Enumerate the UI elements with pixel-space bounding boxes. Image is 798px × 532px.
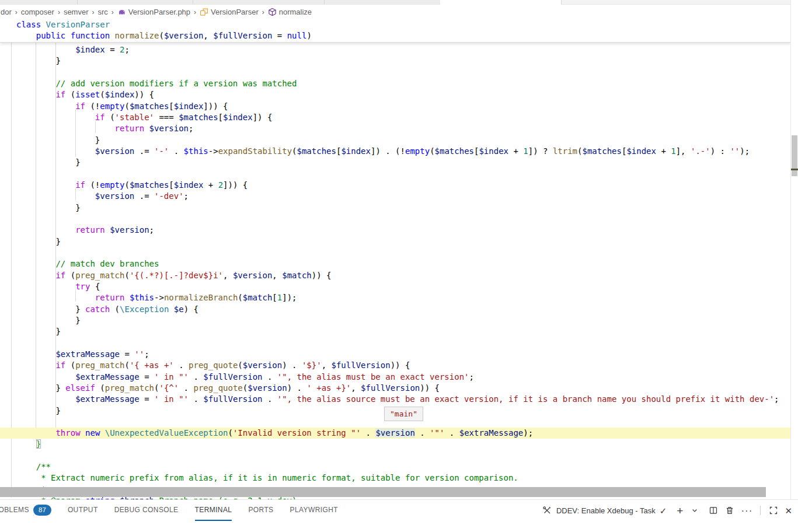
code-line[interactable]: // add version modifiers if a version wa…: [0, 78, 791, 89]
code-line[interactable]: }: [0, 315, 791, 326]
tab-label: TERMINAL: [195, 506, 232, 514]
tab-divider: [561, 0, 562, 4]
code-line[interactable]: $extraMessage = ' in "' . $fullVersion .…: [0, 394, 791, 405]
vertical-scrollbar-track[interactable]: [790, 0, 798, 499]
code-line[interactable]: [0, 450, 791, 461]
code-token: }: [36, 439, 41, 449]
code-line[interactable]: [0, 214, 791, 225]
code-line[interactable]: [0, 67, 791, 78]
split-terminal-button[interactable]: [708, 506, 718, 516]
code-line[interactable]: // match dev branches: [0, 258, 791, 270]
code-token: '': [134, 349, 144, 359]
more-actions-button[interactable]: ···: [741, 506, 752, 516]
code-token: $matches: [583, 146, 622, 156]
highlighted-code-line[interactable]: throw new \UnexpectedValueException('Inv…: [0, 428, 791, 439]
tab-problems[interactable]: PROBLEMS 87: [0, 500, 51, 521]
code-line[interactable]: /**: [0, 461, 791, 473]
code-token: $extraMessage: [55, 349, 120, 359]
code-line[interactable]: if (!empty($matches[$index + 2])) {: [0, 180, 791, 191]
code-line[interactable]: try {: [0, 281, 791, 292]
code-token: preg_match: [75, 360, 124, 370]
breadcrumb-item-method[interactable]: normalize: [268, 8, 312, 16]
code-line[interactable]: if (preg_match('{(.*?)[.-]?dev$}i', $ver…: [0, 270, 791, 281]
tab-debug-console[interactable]: DEBUG CONSOLE: [114, 500, 179, 521]
code-token: ]) . (!: [371, 146, 405, 156]
hovered-variable: $version: [375, 428, 414, 438]
code-token: +: [203, 180, 218, 190]
code-token: '{(.*?)[.-]?dev$}i': [130, 271, 223, 280]
code-line[interactable]: $extraMessage = '';: [0, 349, 791, 360]
kill-terminal-trash-button[interactable]: [724, 506, 734, 516]
sticky-line[interactable]: class VersionParser: [0, 19, 791, 30]
sticky-line[interactable]: public function normalize($version, $ful…: [0, 30, 791, 41]
code-token: isset: [75, 90, 100, 99]
breadcrumb-item-file[interactable]: VersionParser.php: [117, 8, 190, 16]
code-line[interactable]: }: [0, 236, 791, 247]
code-token: $matches: [297, 146, 336, 156]
code-line[interactable]: } elseif (preg_match('{^' . preg_quote($…: [0, 383, 791, 394]
horizontal-scrollbar-slider[interactable]: [0, 487, 766, 497]
code-line[interactable]: }: [0, 326, 791, 337]
tab-output[interactable]: OUTPUT: [68, 500, 98, 521]
code-line[interactable]: if (isset($index)) {: [0, 89, 791, 100]
code-line[interactable]: return $this->normalizeBranch($match[1])…: [0, 292, 791, 303]
code-token: $index: [479, 146, 508, 156]
code-token: (: [243, 383, 248, 393]
code-line[interactable]: if (preg_match('{ +as +' . preg_quote($v…: [0, 360, 791, 371]
code-token: $index: [626, 146, 656, 156]
code-line[interactable]: $extraMessage = ' in "' . $fullVersion .…: [0, 372, 791, 383]
code-token: ]) ?: [528, 146, 553, 156]
code-token: ' in "': [154, 372, 189, 382]
tab-label: PORTS: [248, 506, 273, 514]
code-line[interactable]: * Extract numeric prefix from alias, if …: [0, 473, 791, 484]
terminal-task-item[interactable]: DDEV: Enable Xdebug - Task ✓: [542, 506, 667, 516]
maximize-panel-button[interactable]: [768, 506, 778, 516]
code-token: ])) {: [203, 102, 228, 111]
code-line[interactable]: [0, 169, 791, 180]
code-token: ,: [351, 383, 361, 393]
sticky-scroll[interactable]: class VersionParser public function norm…: [0, 19, 791, 43]
breadcrumb-separator: ›: [58, 8, 60, 16]
breadcrumb-separator: ›: [15, 8, 18, 16]
tab-ports[interactable]: PORTS: [248, 500, 273, 521]
tab-playwright[interactable]: PLAYWRIGHT: [290, 500, 338, 521]
code-line[interactable]: }: [0, 202, 791, 214]
breadcrumb-item-semver[interactable]: semver: [64, 8, 89, 16]
code-line[interactable]: $version .= '-dev';: [0, 191, 791, 202]
new-terminal-button[interactable]: +: [677, 505, 683, 516]
active-editor-tab[interactable]: [440, 0, 561, 5]
code-line[interactable]: return $version;: [0, 123, 791, 134]
code-token: [16, 191, 95, 201]
code-token: \UnexpectedValueException: [105, 428, 228, 438]
code-token: )) {: [134, 90, 154, 99]
code-line[interactable]: [0, 338, 791, 349]
code-token: $version: [233, 271, 272, 280]
code-line[interactable]: } catch (\Exception $e) {: [0, 304, 791, 315]
breadcrumb-item-class[interactable]: VersionParser: [200, 8, 259, 16]
breadcrumb-item-src[interactable]: src: [98, 8, 108, 16]
sticky-scroll-lines: class VersionParser public function norm…: [0, 19, 791, 42]
code-line[interactable]: $index = 2;: [0, 44, 791, 55]
code-line[interactable]: }: [0, 135, 791, 146]
code-line[interactable]: [0, 247, 791, 258]
close-panel-button[interactable]: ✕: [785, 506, 792, 515]
code-line[interactable]: if (!empty($matches[$index])) {: [0, 101, 791, 112]
code-line[interactable]: return $version;: [0, 225, 791, 236]
chevron-down-icon[interactable]: [689, 506, 699, 516]
code-line[interactable]: }: [0, 157, 791, 168]
code-token: '.-': [691, 146, 710, 156]
code-token: class: [16, 20, 41, 29]
breadcrumb-item-composer[interactable]: composer: [21, 8, 54, 16]
code-token: [16, 102, 75, 111]
code-line[interactable]: $version .= '-' . $this->expandStability…: [0, 146, 791, 157]
code-line[interactable]: }: [0, 439, 791, 450]
code-token: [16, 31, 36, 40]
code-line[interactable]: if ('stable' === $matches[$index]) {: [0, 112, 791, 123]
code-editor[interactable]: $index = 2; } // add version modifiers i…: [0, 42, 791, 499]
breadcrumb-item-vendor[interactable]: dor: [1, 8, 12, 16]
code-line[interactable]: }: [0, 55, 791, 66]
tab-terminal[interactable]: TERMINAL: [195, 500, 232, 521]
editor-tab-strip[interactable]: [0, 0, 798, 5]
code-token: [16, 349, 55, 359]
code-token: [81, 428, 85, 438]
